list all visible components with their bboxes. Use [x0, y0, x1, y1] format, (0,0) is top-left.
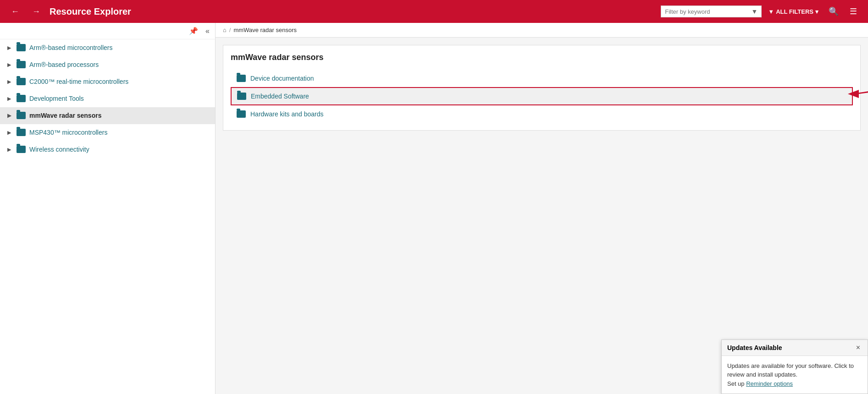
filter-funnel-icon: ▼	[751, 8, 757, 15]
breadcrumb-current: mmWave radar sensors	[233, 27, 297, 33]
chevron-right-icon: ▶	[7, 45, 13, 51]
sidebar-item-c2000[interactable]: ▶ C2000™ real-time microcontrollers	[0, 73, 215, 90]
updates-popup-title: Updates Available	[727, 344, 782, 351]
main-layout: 📌 « ▶ Arm®-based microcontrollers ▶ Arm®…	[0, 23, 868, 394]
folder-icon	[237, 93, 246, 100]
chevron-right-icon: ▶	[7, 113, 13, 119]
content-area: ⌂ / mmWave radar sensors mmWave radar se…	[216, 23, 868, 394]
folder-icon	[237, 110, 246, 118]
sidebar-item-label: Wireless connectivity	[29, 146, 89, 153]
sidebar-item-label: C2000™ real-time microcontrollers	[29, 78, 128, 85]
chevron-right-icon: ▶	[7, 79, 13, 85]
sidebar-item-arm-processors[interactable]: ▶ Arm®-based processors	[0, 56, 215, 73]
sidebar-item-label: Arm®-based microcontrollers	[29, 44, 112, 51]
updates-popup-text: Updates are available for your software.…	[727, 362, 854, 378]
sidebar-item-wireless[interactable]: ▶ Wireless connectivity	[0, 141, 215, 158]
breadcrumb: ⌂ / mmWave radar sensors	[216, 23, 868, 38]
sidebar-item-mmwave[interactable]: ▶ mmWave radar sensors	[0, 107, 215, 124]
all-filters-button[interactable]: ▼ ALL FILTERS ▾	[765, 6, 821, 17]
chevron-down-icon: ▾	[815, 8, 818, 15]
forward-button[interactable]: →	[28, 5, 44, 18]
back-button[interactable]: ←	[7, 5, 23, 18]
content-item-label: Embedded Software	[251, 93, 309, 100]
sidebar: 📌 « ▶ Arm®-based microcontrollers ▶ Arm®…	[0, 23, 216, 394]
header-controls: ▼ ▼ ALL FILTERS ▾ 🔍 ☰	[661, 5, 861, 18]
collapse-button[interactable]: «	[204, 26, 211, 36]
folder-icon	[237, 75, 246, 82]
folder-icon	[17, 61, 26, 68]
sidebar-item-development-tools[interactable]: ▶ Development Tools	[0, 90, 215, 107]
breadcrumb-separator: /	[229, 27, 231, 33]
folder-icon	[17, 146, 26, 153]
sidebar-item-label: Development Tools	[29, 95, 84, 102]
chevron-right-icon: ▶	[7, 62, 13, 68]
content-item-hardware-kits[interactable]: Hardware kits and boards	[231, 105, 853, 123]
chevron-right-icon: ▶	[7, 130, 13, 136]
filter-input[interactable]	[665, 8, 748, 15]
folder-icon	[17, 78, 26, 85]
updates-popup-header: Updates Available ×	[722, 340, 868, 356]
reminder-options-link[interactable]: Reminder options	[746, 380, 793, 387]
app-title: Resource Explorer	[50, 6, 655, 17]
content-title: mmWave radar sensors	[231, 53, 853, 62]
folder-icon	[17, 112, 26, 119]
updates-popup: Updates Available × Updates are availabl…	[721, 339, 868, 394]
sidebar-item-label: mmWave radar sensors	[29, 112, 101, 119]
sidebar-item-msp430[interactable]: ▶ MSP430™ microcontrollers	[0, 124, 215, 141]
chevron-right-icon: ▶	[7, 147, 13, 153]
content-item-wrapper-embedded: Embedded Software	[231, 87, 853, 105]
home-icon[interactable]: ⌂	[223, 27, 227, 33]
filter-input-wrapper: ▼	[661, 5, 762, 17]
search-button[interactable]: 🔍	[825, 5, 842, 18]
sidebar-item-label: Arm®-based processors	[29, 61, 99, 68]
chevron-right-icon: ▶	[7, 96, 13, 102]
updates-popup-close-button[interactable]: ×	[854, 344, 862, 352]
all-filters-label: ALL FILTERS	[776, 8, 813, 15]
content-item-embedded-software[interactable]: Embedded Software	[231, 87, 853, 105]
sidebar-item-label: MSP430™ microcontrollers	[29, 129, 107, 136]
menu-button[interactable]: ☰	[846, 5, 861, 18]
folder-icon	[17, 129, 26, 136]
folder-icon	[17, 95, 26, 102]
sidebar-toolbar: 📌 «	[0, 23, 215, 39]
content-panel: mmWave radar sensors Device documentatio…	[223, 45, 861, 131]
content-item-device-documentation[interactable]: Device documentation	[231, 70, 853, 87]
folder-icon	[17, 44, 26, 51]
app-header: ← → Resource Explorer ▼ ▼ ALL FILTERS ▾ …	[0, 0, 868, 23]
updates-popup-body: Updates are available for your software.…	[722, 356, 868, 394]
pin-button[interactable]: 📌	[187, 26, 200, 36]
content-item-label: Hardware kits and boards	[250, 110, 324, 118]
content-item-label: Device documentation	[250, 75, 314, 82]
sidebar-items: ▶ Arm®-based microcontrollers ▶ Arm®-bas…	[0, 39, 215, 394]
sidebar-item-arm-microcontrollers[interactable]: ▶ Arm®-based microcontrollers	[0, 39, 215, 56]
filter-icon-btn: ▼	[768, 8, 774, 15]
